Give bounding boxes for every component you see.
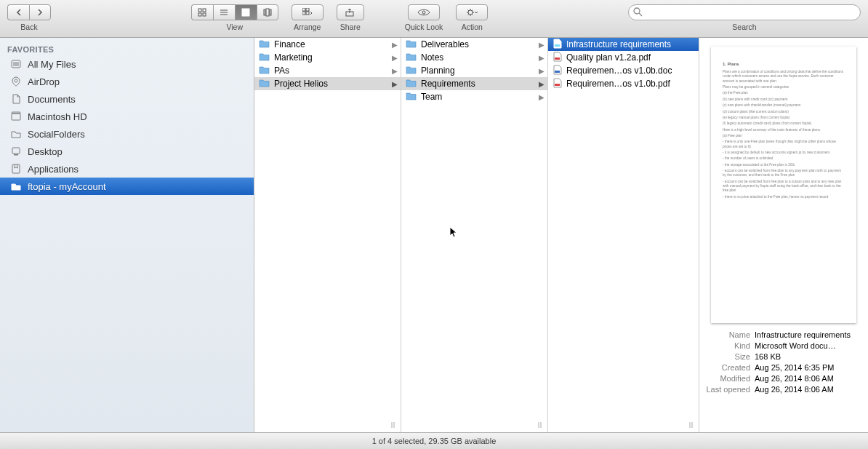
- forward-button[interactable]: [29, 4, 51, 20]
- svg-rect-10: [264, 9, 265, 15]
- meta-key-size: Size: [705, 352, 750, 361]
- view-label: View: [226, 23, 243, 31]
- svg-rect-1: [203, 9, 206, 12]
- folder-icon: [406, 52, 417, 63]
- sidebar-item-socialfolders[interactable]: SocialFolders: [0, 125, 254, 143]
- sidebar: FAVORITES All My FilesAirDropDocumentsMa…: [0, 38, 254, 432]
- file-row[interactable]: Team▶: [401, 90, 547, 103]
- meta-key-modified: Modified: [705, 374, 750, 383]
- file-label: Notes: [421, 52, 534, 63]
- search-group: Search: [628, 4, 861, 31]
- sidebar-item-label: AirDrop: [28, 76, 60, 87]
- search-label: Search: [732, 23, 756, 31]
- view-list-button[interactable]: [213, 4, 235, 20]
- file-row[interactable]: Notes▶: [401, 51, 547, 64]
- svg-rect-2: [198, 13, 201, 16]
- preview-text-line: (a) Free plan: [723, 134, 845, 138]
- status-text: 1 of 4 selected, 29.35 GB available: [372, 437, 497, 445]
- sidebar-item-desktop[interactable]: Desktop: [0, 143, 254, 160]
- preview-text-line: (b) new plans with credit card (cc) paym…: [723, 98, 845, 102]
- svg-rect-8: [245, 9, 247, 16]
- file-row[interactable]: Project Helios▶: [254, 77, 401, 90]
- view-coverflow-button[interactable]: [257, 4, 278, 20]
- file-row[interactable]: Requirements▶: [401, 77, 547, 90]
- svg-rect-11: [266, 9, 269, 16]
- svg-rect-14: [306, 8, 309, 11]
- back-button[interactable]: [7, 4, 29, 20]
- preview-text-line: - account can be switched from free plan…: [723, 180, 845, 194]
- preview-text-line: Here is a high-level summary of the main…: [723, 128, 845, 132]
- preview-text-line: (c) new plans with check/transfer (manua…: [723, 103, 845, 108]
- sidebar-item-documents[interactable]: Documents: [0, 90, 254, 108]
- file-row[interactable]: Planning▶: [401, 64, 547, 77]
- view-column-button[interactable]: [235, 4, 257, 20]
- file-row[interactable]: Marketing▶: [254, 51, 401, 64]
- chevron-right-icon: ▶: [539, 41, 544, 49]
- column-resize-handle[interactable]: [687, 421, 696, 429]
- file-row[interactable]: PAs▶: [254, 64, 401, 77]
- view-icon-button[interactable]: [191, 4, 213, 20]
- preview-text-line: - there is only one Free plan (even thou…: [723, 140, 845, 149]
- document-preview[interactable]: 1. Plans Plans are a combination of cond…: [711, 47, 856, 323]
- sidebar-item-label: Applications: [28, 164, 79, 175]
- meta-val-kind: Microsoft Word docu…: [755, 341, 862, 350]
- preview-text-line: Plans may be grouped in several categori…: [723, 85, 845, 90]
- file-row[interactable]: Deliverables▶: [401, 38, 547, 51]
- folder-icon: [406, 91, 417, 103]
- file-label: Requiremen…os v1.0b.pdf: [566, 79, 696, 89]
- sidebar-item-airdrop[interactable]: AirDrop: [0, 73, 254, 90]
- view-group: View: [191, 4, 278, 31]
- sidebar-item-applications[interactable]: Applications: [0, 160, 254, 178]
- action-group: Action: [456, 4, 488, 31]
- file-row[interactable]: Finance▶: [254, 38, 401, 51]
- svg-point-18: [422, 11, 425, 14]
- svg-rect-27: [12, 114, 20, 120]
- sidebar-item-label: ftopia - myAccount: [28, 181, 106, 192]
- preview-text-line: (d) custom plans (like current custom pl…: [723, 110, 845, 114]
- quicklook-button[interactable]: [408, 4, 440, 20]
- preview-text-line: (f) legacy automatic (credit card) plans…: [723, 122, 845, 126]
- svg-rect-29: [12, 148, 20, 154]
- file-label: Quality plan v1.2a.pdf: [566, 52, 696, 63]
- svg-line-21: [639, 13, 642, 16]
- column-2: Deliverables▶Notes▶Planning▶Requirements…: [401, 38, 548, 432]
- preview-metadata: NameInfrastructure requirements KindMicr…: [705, 330, 862, 394]
- svg-rect-37: [555, 57, 560, 60]
- toolbar: Back View Arrange Share: [0, 0, 868, 38]
- svg-rect-38: [555, 71, 560, 73]
- sidebar-item-label: Documents: [28, 94, 76, 105]
- preview-text-line: - it is assigned by default to new accou…: [723, 151, 845, 155]
- file-row[interactable]: Requiremen…os v1.0b.doc: [548, 64, 699, 77]
- preview-text-line: - account can be switched from free plan…: [723, 169, 845, 178]
- chevron-right-icon: ▶: [539, 54, 544, 62]
- search-icon: [633, 7, 643, 17]
- sidebar-item-all-my-files[interactable]: All My Files: [0, 55, 254, 73]
- meta-key-lastopened: Last opened: [705, 385, 750, 394]
- preview-text-line: Plans are a combination of conditions an…: [723, 70, 845, 84]
- file-label: Planning: [421, 65, 534, 76]
- svg-rect-36: [555, 44, 560, 47]
- svg-rect-7: [242, 9, 244, 16]
- quicklook-group: Quick Look: [405, 4, 443, 31]
- column-3: Infrastructure requirementsQuality plan …: [548, 38, 699, 432]
- meta-val-modified: Aug 26, 2014 8:06 AM: [755, 374, 862, 383]
- chevron-right-icon: ▶: [539, 93, 544, 101]
- file-row[interactable]: Quality plan v1.2a.pdf: [548, 51, 699, 64]
- column-resize-handle[interactable]: [536, 421, 544, 429]
- preview-doc-heading: 1. Plans: [723, 61, 845, 67]
- file-row[interactable]: Requiremen…os v1.0b.pdf: [548, 77, 699, 90]
- meta-val-size: 168 KB: [755, 352, 862, 361]
- file-row[interactable]: Infrastructure requirements: [548, 38, 699, 51]
- file-label: Finance: [274, 39, 387, 49]
- arrange-button[interactable]: [292, 4, 324, 20]
- action-button[interactable]: [456, 4, 488, 20]
- nav-group: Back: [7, 4, 51, 31]
- share-button[interactable]: [337, 4, 364, 20]
- sidebar-item-macintosh-hd[interactable]: Macintosh HD: [0, 108, 254, 125]
- file-icon: [552, 39, 562, 51]
- search-input[interactable]: [628, 4, 861, 20]
- column-resize-handle[interactable]: [389, 421, 398, 429]
- sidebar-item-ftopia-myaccount[interactable]: ftopia - myAccount: [0, 178, 254, 195]
- chevron-right-icon: ▶: [392, 80, 398, 88]
- action-label: Action: [462, 23, 483, 31]
